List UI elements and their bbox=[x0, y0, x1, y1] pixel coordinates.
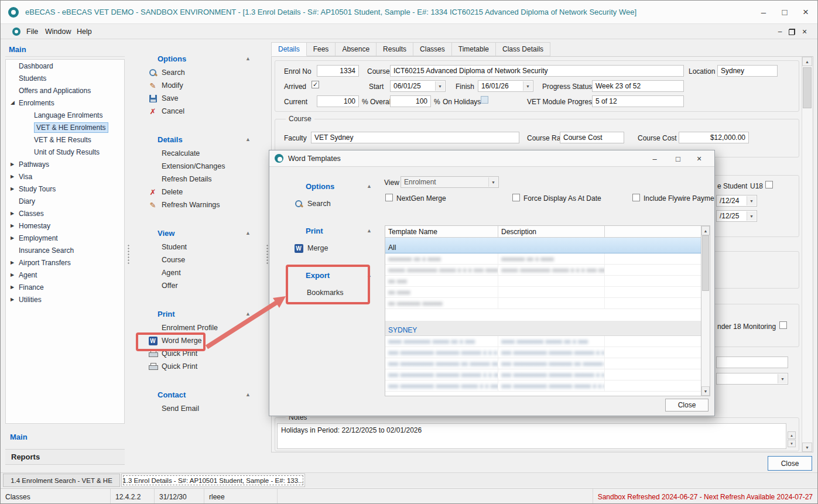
table-row[interactable]: xxxxxxx xx x xxxxxxxxxxx xx x xxxx bbox=[385, 253, 701, 265]
finish-date-dropdown[interactable]: 16/01/26▼ bbox=[478, 80, 533, 92]
sidebar-item-insurance-search[interactable]: Insurance Search bbox=[6, 244, 124, 256]
dropdown-arrow-icon[interactable]: ▼ bbox=[747, 196, 756, 205]
close-button[interactable]: × bbox=[795, 1, 816, 23]
action-save[interactable]: Save bbox=[132, 92, 267, 105]
menu-window[interactable]: Window bbox=[40, 24, 76, 39]
tab-class-details[interactable]: Class Details bbox=[496, 42, 550, 56]
action-quick-print-2[interactable]: Quick Print bbox=[132, 360, 267, 373]
sidebar-section-reports[interactable]: Reports bbox=[5, 449, 125, 465]
table-row-all[interactable]: All bbox=[385, 238, 701, 253]
course-field[interactable]: ICT60215 Advanced Diploma of Network Sec… bbox=[390, 65, 684, 77]
scroll-up-button[interactable]: ▲ bbox=[701, 226, 710, 235]
action-send-email[interactable]: Send Email bbox=[132, 402, 267, 415]
sidebar-item-enrolments[interactable]: ◢Enrolments bbox=[6, 97, 124, 109]
tab-absence[interactable]: Absence bbox=[336, 42, 377, 56]
overall-field[interactable]: 100 bbox=[390, 95, 431, 107]
close-page-button[interactable]: Close bbox=[768, 456, 812, 471]
scroll-down-button[interactable]: ▼ bbox=[701, 386, 710, 396]
sidebar-section-main[interactable]: Main bbox=[5, 429, 125, 444]
sidebar-item-vet-he-results[interactable]: VET & HE Results bbox=[6, 133, 124, 146]
action-refresh-warnings[interactable]: ✎Refresh Warnings bbox=[132, 198, 267, 211]
notes-scroll-down-button[interactable]: ▼ bbox=[788, 440, 796, 447]
table-scrollbar[interactable]: ▲ ▼ bbox=[701, 225, 710, 396]
dropdown-arrow-icon[interactable]: ▼ bbox=[435, 81, 444, 91]
sidebar-item-dashboard[interactable]: Dashboard bbox=[6, 60, 124, 72]
table-row[interactable]: xxxxx xxxxxxxxx xxxxx x x x xxx xxxxxxxx… bbox=[385, 265, 701, 276]
dropdown-arrow-icon[interactable]: ▼ bbox=[523, 81, 532, 91]
action-modify[interactable]: ✎Modify bbox=[132, 79, 267, 92]
mdi-minimize-button[interactable]: – bbox=[774, 26, 786, 37]
dialog-minimize-button[interactable]: – bbox=[646, 152, 663, 166]
action-view-student[interactable]: Student bbox=[132, 241, 267, 253]
fee-date-top-dropdown[interactable]: /12/24▼ bbox=[716, 195, 757, 207]
scrollbar-thumb[interactable] bbox=[702, 235, 709, 291]
notes-textarea[interactable]: Holidays in Period: 22/12/2025 to 02/01/… bbox=[277, 423, 786, 449]
app-menu-icon[interactable] bbox=[12, 28, 20, 36]
view-dropdown[interactable]: Enrolment▼ bbox=[401, 176, 499, 188]
dialog-maximize-button[interactable]: □ bbox=[670, 152, 686, 166]
partial-field-1[interactable] bbox=[716, 356, 788, 368]
tab-fees[interactable]: Fees bbox=[307, 42, 336, 56]
dropdown-arrow-icon[interactable]: ▼ bbox=[778, 374, 787, 383]
column-header-description[interactable]: Description bbox=[498, 226, 605, 237]
sidebar-item-diary[interactable]: Diary bbox=[6, 195, 124, 207]
tab-timetable[interactable]: Timetable bbox=[452, 42, 496, 56]
sidebar-item-visa[interactable]: ▶Visa bbox=[6, 170, 124, 183]
table-row[interactable]: xxx xxxxxxxxxx xxxxxxx xx xxxxxx xx xxxx… bbox=[385, 358, 701, 369]
table-row[interactable]: xxxx xxxxxxxx xxxxx xx x xxxxxxx xxxxxxx… bbox=[385, 336, 701, 347]
notes-scroll-up-button[interactable]: ▲ bbox=[788, 431, 796, 439]
sidebar-item-study-tours[interactable]: ▶Study Tours bbox=[6, 183, 124, 195]
tab-classes[interactable]: Classes bbox=[413, 42, 452, 56]
content-scrollbar[interactable]: ▲ ▼ bbox=[802, 57, 812, 452]
current-field[interactable]: 100 bbox=[317, 95, 359, 107]
include-flywire-checkbox[interactable] bbox=[632, 194, 640, 201]
scroll-down-button[interactable]: ▼ bbox=[802, 443, 812, 452]
maximize-button[interactable]: □ bbox=[774, 1, 795, 23]
course-cost-field[interactable]: $12,000.00 bbox=[679, 132, 749, 143]
table-group-row-sydney[interactable]: SYDNEY bbox=[385, 321, 701, 336]
action-delete[interactable]: ✗Delete bbox=[132, 186, 267, 198]
scroll-up-button[interactable]: ▲ bbox=[802, 57, 812, 66]
dialog-group-header-options[interactable]: Options▲ bbox=[276, 179, 378, 194]
sidebar-item-homestay[interactable]: ▶Homestay bbox=[6, 220, 124, 232]
sidebar-item-unit-of-study-results[interactable]: Unit of Study Results bbox=[6, 146, 124, 158]
dropdown-arrow-icon[interactable]: ▼ bbox=[747, 211, 756, 221]
sidebar-item-airport-transfers[interactable]: ▶Airport Transfers bbox=[6, 256, 124, 269]
mdi-restore-button[interactable] bbox=[786, 26, 798, 37]
scrollbar-thumb[interactable] bbox=[803, 67, 812, 108]
table-row[interactable]: xx xxxxxxx xxxxxx bbox=[385, 298, 701, 309]
on-holidays-checkbox[interactable] bbox=[481, 96, 488, 104]
group-header-details[interactable]: Details▲ bbox=[132, 132, 267, 147]
action-view-course[interactable]: Course bbox=[132, 253, 267, 266]
sidebar-item-students[interactable]: Students bbox=[6, 72, 124, 84]
fee-date-bottom-dropdown[interactable]: /12/25▼ bbox=[716, 210, 757, 222]
dialog-action-merge[interactable]: Merge bbox=[276, 242, 378, 255]
menu-file[interactable]: File bbox=[22, 24, 43, 39]
u18-checkbox[interactable] bbox=[765, 181, 773, 188]
location-field[interactable]: Sydney bbox=[717, 65, 778, 77]
arrived-checkbox[interactable]: ✓ bbox=[312, 81, 319, 88]
action-search[interactable]: Search bbox=[132, 66, 267, 79]
menu-help[interactable]: Help bbox=[72, 24, 97, 39]
page-tab-enrol-details[interactable]: 1.3 Enrol Details - S#: AP10501 Student,… bbox=[121, 474, 305, 487]
sidebar-item-pathways[interactable]: ▶Pathways bbox=[6, 158, 124, 170]
dialog-close-button[interactable]: × bbox=[691, 152, 707, 166]
sidebar-item-utilities[interactable]: ▶Utilities bbox=[6, 293, 124, 306]
start-date-dropdown[interactable]: 06/01/25▼ bbox=[390, 80, 446, 92]
progress-status-field[interactable]: Week 23 of 52 bbox=[592, 80, 684, 92]
vet-module-progress-field[interactable]: 5 of 12 bbox=[592, 95, 684, 107]
faculty-field[interactable]: VET Sydney bbox=[311, 132, 519, 143]
table-row[interactable]: xxx xxxxxxxxxx xxxxxxx xxxxxx x x x xxxx… bbox=[385, 347, 701, 358]
table-row[interactable]: xx xxxx bbox=[385, 287, 701, 298]
force-display-checkbox[interactable] bbox=[512, 194, 520, 201]
tab-details[interactable]: Details bbox=[271, 42, 307, 56]
action-view-agent[interactable]: Agent bbox=[132, 266, 267, 279]
dialog-close-action-button[interactable]: Close bbox=[665, 399, 709, 412]
table-row[interactable]: xxx xxxxxxxxxx xxxxxxx xxxxxx x x xxxxxx… bbox=[385, 369, 701, 380]
dropdown-arrow-icon[interactable]: ▼ bbox=[488, 177, 498, 187]
under18-monitoring-checkbox[interactable] bbox=[779, 321, 787, 329]
action-refresh-details[interactable]: Refresh Details bbox=[132, 173, 267, 186]
dialog-group-header-print[interactable]: Print▲ bbox=[276, 223, 378, 238]
dialog-action-search[interactable]: Search bbox=[276, 197, 378, 210]
action-recalculate[interactable]: Recalculate bbox=[132, 147, 267, 160]
